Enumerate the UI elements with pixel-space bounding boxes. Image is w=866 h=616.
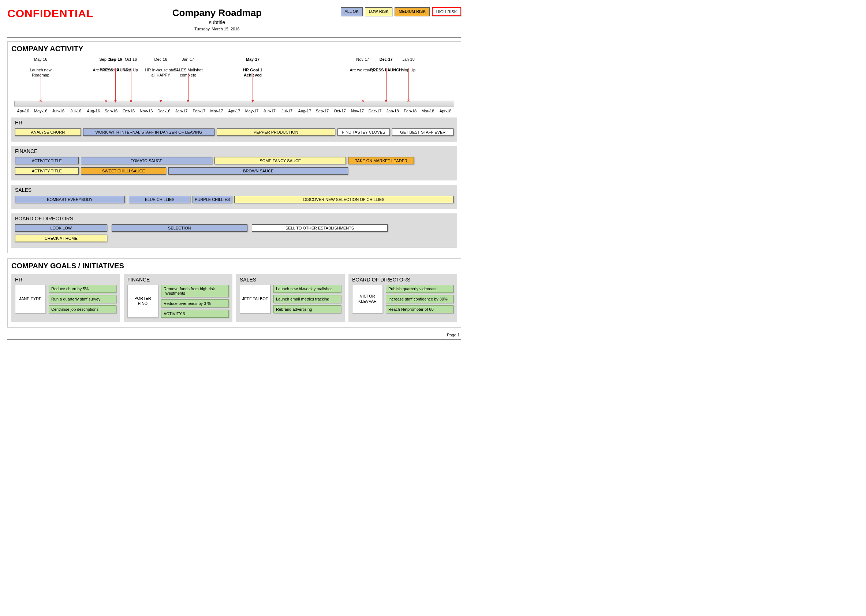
divider-bottom [7, 339, 461, 340]
activity-bar: ACTIVITY TITLE [15, 167, 79, 174]
milestone: Oct-16Mop Up✕ [115, 57, 148, 72]
milestone: May-17HR Goal 1 Achieved▼ [236, 57, 269, 78]
risk-legend: ALL OK LOW RISK MEDIUM RISK HIGH RISK [341, 7, 462, 16]
timeline-bar [14, 101, 454, 107]
company-goals-title: COMPANY GOALS / INITIATIVES [11, 262, 457, 270]
goal-owner: PORTER FINO [127, 285, 158, 318]
month-tick: Oct-16 [120, 109, 137, 113]
company-activity-section: COMPANY ACTIVITY May-16Launch new Roadma… [7, 41, 461, 253]
goal-item: Launch new bi-weekly mailshot [273, 285, 341, 293]
legend-ok: ALL OK [341, 7, 363, 16]
goal-item: Remove funds from high risk investments [161, 285, 229, 297]
divider [7, 37, 461, 38]
goal-column-title: BOARD OF DIRECTORS [352, 277, 454, 283]
goal-column: BOARD OF DIRECTORSVICTOR KLEVVARPublish … [349, 274, 457, 322]
activity-bar: SWEET CHILLI SAUCE [81, 167, 167, 174]
track-title: BOARD OF DIRECTORS [11, 214, 457, 223]
month-tick: Sep-17 [313, 109, 331, 113]
page-subtitle: subtitle [93, 19, 340, 25]
activity-bar: SOME FANCY SAUCE [214, 157, 346, 164]
month-tick: Aug-17 [296, 109, 313, 113]
month-tick: Apr-17 [225, 109, 243, 113]
month-tick: Jul-16 [67, 109, 85, 113]
tracks-container: HRANALYSE CHURNWORK WITH INTERNAL STAFF … [11, 118, 457, 248]
activity-bar: SELL TO OTHER ESTABLISHMENTS [252, 225, 388, 232]
page-date: Tuesday, March 15, 2016 [93, 27, 340, 31]
header: CONFIDENTIAL Company Roadmap subtitle Tu… [7, 4, 461, 35]
track-board-of-directors: BOARD OF DIRECTORSLOOK LOWSELECTIONSELL … [11, 214, 457, 248]
track-row: LOOK LOWSELECTIONSELL TO OTHER ESTABLISH… [15, 225, 454, 233]
month-tick: Jan-18 [384, 109, 402, 113]
milestone-arrow-icon: ▼ [113, 99, 118, 104]
milestone: Jan-17SALES Mailshot complete▼ [172, 57, 204, 78]
goal-item: Rebrand advertising [273, 305, 341, 313]
goal-item: Publish quarterly videocast [386, 285, 454, 293]
goal-owner: JANE EYRE [15, 285, 46, 313]
month-tick: Jun-16 [49, 109, 67, 113]
goal-item: Reach Netpromoter of 60 [386, 305, 454, 313]
goal-owner: JEFF TALBOT [240, 285, 270, 313]
month-tick: May-16 [32, 109, 49, 113]
milestone-arrow-icon: ▼ [384, 99, 388, 104]
legend-low: LOW RISK [365, 7, 393, 16]
milestone-x-icon: ✕ [407, 99, 410, 104]
company-goals-section: COMPANY GOALS / INITIATIVES HRJANE EYRER… [7, 258, 461, 328]
milestone-x-icon: ✕ [361, 99, 365, 104]
page-number: Page 1 [7, 333, 461, 337]
month-tick: Nov-16 [138, 109, 155, 113]
goal-item: Reduce overheads by 3 % [161, 299, 229, 308]
milestone-arrow-icon: ▼ [159, 99, 163, 104]
goal-owner: VICTOR KLEVVAR [352, 285, 383, 313]
month-tick: Apr-18 [437, 109, 454, 113]
milestone-x-icon: ✕ [129, 99, 133, 104]
month-axis: Apr-16May-16Jun-16Jul-16Aug-16Sep-16Oct-… [14, 109, 454, 113]
track-row: ANALYSE CHURNWORK WITH INTERNAL STAFF IN… [15, 129, 454, 137]
goal-item: Reduce churn by 5% [49, 285, 116, 293]
month-tick: May-17 [243, 109, 261, 113]
activity-bar: PEPPER PRODUCTION [217, 129, 335, 136]
page-title: Company Roadmap [93, 7, 340, 19]
activity-bar: ACTIVITY TITLE [15, 157, 79, 164]
month-tick: Nov-17 [349, 109, 366, 113]
month-tick: Jul-17 [278, 109, 296, 113]
track-row: BOMBAST EVERYBODYBLUE CHILLIESPURPLE CHI… [15, 196, 454, 204]
goal-column-title: SALES [240, 277, 341, 283]
goal-column-title: FINANCE [127, 277, 229, 283]
milestone-x-icon: ✕ [39, 99, 42, 104]
month-tick: Mar-18 [419, 109, 437, 113]
goal-column: FINANCEPORTER FINORemove funds from high… [124, 274, 233, 322]
month-tick: Jan-17 [173, 109, 190, 113]
milestones-row: May-16Launch new Roadmap✕Sep-16Are we re… [14, 57, 454, 101]
activity-bar: SELECTION [112, 225, 247, 232]
activity-bar: GET BEST STAFF EVER [392, 129, 454, 136]
activity-bar: TOMATO SAUCE [81, 157, 212, 164]
activity-bar: BLUE CHILLIES [129, 196, 190, 203]
legend-medium: MEDIUM RISK [394, 7, 429, 16]
goal-column: SALESJEFF TALBOTLaunch new bi-weekly mai… [236, 274, 345, 322]
activity-bar: ANALYSE CHURN [15, 129, 81, 136]
track-sales: SALESBOMBAST EVERYBODYBLUE CHILLIESPURPL… [11, 185, 457, 209]
company-activity-title: COMPANY ACTIVITY [11, 45, 457, 53]
milestone: May-16Launch new Roadmap✕ [24, 57, 57, 78]
goal-column-title: HR [15, 277, 116, 283]
track-title: SALES [11, 185, 457, 194]
milestone-arrow-icon: ▼ [186, 99, 190, 104]
month-tick: Feb-18 [402, 109, 419, 113]
activity-bar: FIND TASTEY CLOVES [338, 129, 390, 136]
month-tick: Dec-17 [366, 109, 384, 113]
month-tick: Mar-17 [208, 109, 225, 113]
goal-item: Increase staff confidence by 30% [386, 295, 454, 303]
milestone-arrow-icon: ▼ [251, 99, 255, 104]
activity-bar: TAKE ON MARKET LEADER [348, 157, 414, 164]
milestone: Jan-18Mop Up✕ [392, 57, 425, 72]
month-tick: Sep-16 [102, 109, 120, 113]
activity-bar: PURPLE CHILLIES [193, 196, 232, 203]
activity-bar: WORK WITH INTERNAL STAFF IN DANGER OF LE… [83, 129, 214, 136]
activity-bar: BOMBAST EVERYBODY [15, 196, 125, 203]
track-row: ACTIVITY TITLESWEET CHILLI SAUCEBROWN SA… [15, 167, 454, 176]
activity-bar: LOOK LOW [15, 225, 107, 232]
confidential-stamp: CONFIDENTIAL [7, 7, 93, 20]
track-title: HR [11, 118, 457, 127]
goal-item: Centralise job descriptions [49, 305, 116, 313]
track-hr: HRANALYSE CHURNWORK WITH INTERNAL STAFF … [11, 118, 457, 141]
